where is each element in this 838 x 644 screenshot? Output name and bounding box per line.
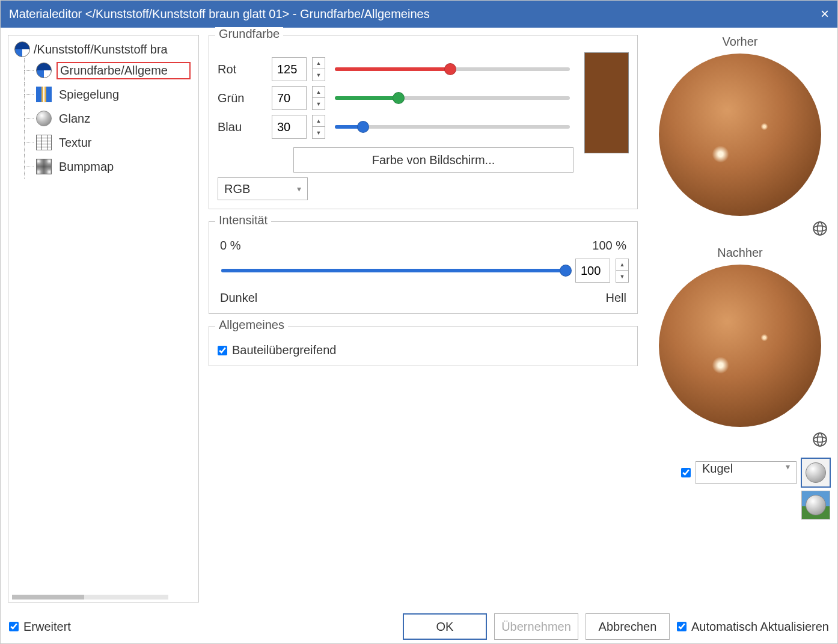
shape-value: Kugel — [702, 462, 733, 475]
ok-button[interactable]: OK — [403, 613, 487, 640]
tree-item-textur[interactable]: Textur — [8, 130, 198, 155]
shape-combo[interactable]: Kugel — [696, 461, 797, 484]
dialog-footer: Erweitert OK Übernehmen Abbrechen Automa… — [1, 610, 837, 643]
svg-point-5 — [818, 433, 823, 446]
tree-item-label: Grundfarbe/Allgeme — [60, 64, 168, 77]
tree-item-label: Spiegelung — [59, 88, 119, 101]
intensity-max-label: 100 % — [592, 239, 626, 253]
svg-point-4 — [813, 437, 827, 443]
sidebar-scrollbar[interactable] — [12, 595, 168, 600]
tree-item-label: Textur — [59, 136, 91, 149]
material-tree: /Kunststoff/Kunststoff bra Grundfarbe/Al… — [8, 35, 199, 603]
tree-item-label: Glanz — [59, 112, 90, 125]
intensitaet-legend: Intensität — [215, 213, 271, 227]
sphere-icon — [806, 462, 826, 483]
auto-update-checkbox[interactable]: Automatisch Aktualisieren — [677, 620, 829, 634]
blau-spinner[interactable]: ▲▼ — [312, 115, 325, 139]
window-title: Materialeditor </Kunststoff/Kunststoff b… — [9, 7, 430, 21]
gruen-label: Grün — [218, 91, 266, 105]
tree-item-spiegelung[interactable]: Spiegelung — [8, 82, 198, 106]
window-titlebar: Materialeditor </Kunststoff/Kunststoff b… — [1, 1, 837, 28]
chevron-down-icon[interactable]: ▼ — [313, 69, 325, 81]
intensity-spinner[interactable]: ▲▼ — [616, 259, 629, 283]
chevron-down-icon[interactable]: ▼ — [313, 98, 325, 109]
svg-point-1 — [813, 226, 827, 232]
color-swatch — [584, 52, 629, 153]
sphere-icon — [806, 495, 826, 515]
color-icon — [36, 63, 52, 78]
cancel-button[interactable]: Abbrechen — [586, 613, 670, 640]
mirror-icon — [36, 87, 52, 102]
intensity-min-label: 0 % — [220, 239, 240, 253]
tree-root-label: /Kunststoff/Kunststoff bra — [34, 43, 168, 57]
svg-point-0 — [813, 222, 827, 235]
bauteil-checkbox-input[interactable] — [218, 346, 227, 355]
rot-slider[interactable] — [335, 67, 570, 71]
material-icon — [14, 41, 30, 57]
gruen-slider[interactable] — [335, 96, 570, 100]
rot-spinner[interactable]: ▲▼ — [312, 57, 325, 81]
rot-input[interactable] — [272, 57, 307, 81]
shape-env-button[interactable] — [801, 491, 830, 520]
gruen-input[interactable] — [272, 86, 307, 110]
shape-sphere-button[interactable] — [801, 458, 830, 487]
chevron-up-icon[interactable]: ▲ — [313, 87, 325, 98]
tree-item-bumpmap[interactable]: Bumpmap — [8, 155, 198, 179]
intensity-input[interactable] — [575, 259, 610, 283]
intensitaet-group: Intensität 0 % 100 % ▲▼ Dunkel Hell — [209, 221, 638, 314]
bauteil-label: Bauteilübergreifend — [232, 343, 336, 357]
gruen-spinner[interactable]: ▲▼ — [312, 86, 325, 110]
chevron-down-icon[interactable]: ▼ — [313, 127, 325, 138]
blau-label: Blau — [218, 120, 266, 134]
chevron-up-icon[interactable]: ▲ — [313, 115, 325, 127]
chevron-down-icon[interactable]: ▼ — [616, 271, 628, 282]
colormode-combo[interactable]: RGB — [218, 177, 308, 200]
close-icon[interactable]: × — [821, 5, 829, 22]
svg-point-2 — [818, 222, 823, 235]
erweitert-input[interactable] — [9, 622, 19, 631]
farbe-von-bildschirm-button[interactable]: Farbe von Bildschirm... — [293, 147, 573, 173]
tree-item-glanz[interactable]: Glanz — [8, 106, 198, 130]
intensity-slider[interactable] — [221, 269, 566, 272]
bauteil-checkbox[interactable]: Bauteilübergreifend — [218, 343, 629, 357]
colormode-value: RGB — [224, 182, 250, 196]
allgemeines-group: Allgemeines Bauteilübergreifend — [209, 326, 638, 366]
rot-label: Rot — [218, 63, 266, 76]
gloss-icon — [36, 111, 52, 126]
auto-update-input[interactable] — [677, 622, 687, 631]
auto-update-label: Automatisch Aktualisieren — [691, 620, 829, 634]
grundfarbe-group: Grundfarbe Rot ▲▼ Gr — [209, 35, 638, 209]
allgemeines-legend: Allgemeines — [215, 318, 288, 332]
svg-point-3 — [813, 433, 827, 446]
after-label: Nachher — [717, 246, 763, 260]
intensity-dark-label: Dunkel — [220, 291, 257, 305]
intensity-light-label: Hell — [606, 291, 626, 305]
preview-sphere-after — [659, 265, 821, 427]
tree-item-grundfarbe[interactable]: Grundfarbe/Allgeme — [8, 58, 198, 82]
chevron-up-icon[interactable]: ▲ — [616, 259, 628, 271]
erweitert-checkbox[interactable]: Erweitert — [9, 620, 71, 634]
globe-icon[interactable] — [812, 221, 828, 239]
preview-sphere-before — [659, 54, 821, 216]
tree-root[interactable]: /Kunststoff/Kunststoff bra — [8, 40, 198, 58]
tree-item-label: Bumpmap — [59, 160, 114, 173]
shape-enable-checkbox[interactable] — [681, 468, 691, 477]
grundfarbe-legend: Grundfarbe — [215, 27, 283, 41]
chevron-up-icon[interactable]: ▲ — [313, 58, 325, 69]
blau-slider[interactable] — [335, 125, 570, 129]
apply-button: Übernehmen — [494, 613, 578, 640]
texture-icon — [36, 135, 52, 150]
blau-input[interactable] — [272, 115, 307, 139]
erweitert-label: Erweitert — [23, 620, 71, 634]
globe-icon[interactable] — [812, 432, 828, 450]
bump-icon — [36, 159, 52, 174]
before-label: Vorher — [723, 35, 758, 49]
shape-enable-input[interactable] — [681, 468, 691, 477]
